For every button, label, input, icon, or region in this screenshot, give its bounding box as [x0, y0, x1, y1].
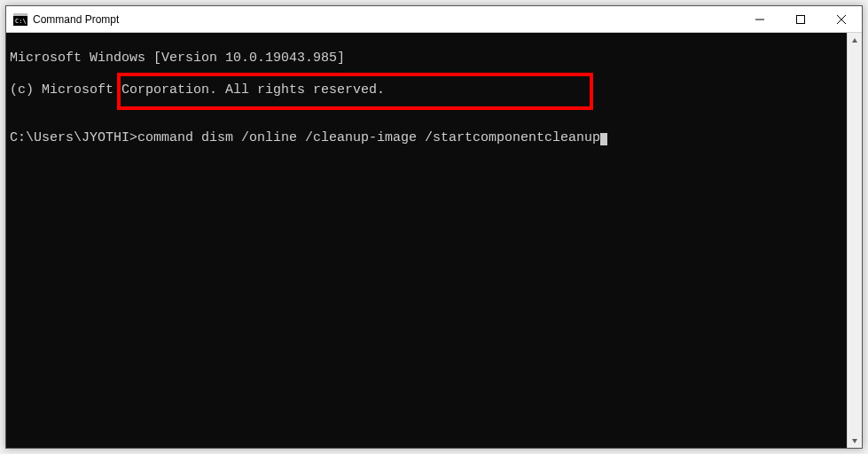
minimize-button[interactable]: [739, 6, 780, 32]
window-controls: [739, 6, 862, 32]
client-area: Microsoft Windows [Version 10.0.19043.98…: [6, 33, 862, 448]
scroll-track[interactable]: [848, 48, 862, 433]
maximize-button[interactable]: [780, 6, 821, 32]
command-prompt-window: C:\ Command Prompt Microsoft Windows [Ve…: [5, 5, 863, 449]
prompt-path: C:\Users\JYOTHI>: [10, 130, 137, 145]
vertical-scrollbar[interactable]: [847, 33, 862, 448]
close-button[interactable]: [821, 6, 862, 32]
typed-command: command dism /online /cleanup-image /sta…: [137, 130, 600, 145]
svg-text:C:\: C:\: [15, 18, 27, 25]
version-line: Microsoft Windows [Version 10.0.19043.98…: [10, 51, 843, 67]
svg-marker-7: [852, 38, 857, 43]
prompt-line: C:\Users\JYOTHI>command dism /online /cl…: [10, 130, 843, 146]
terminal-output[interactable]: Microsoft Windows [Version 10.0.19043.98…: [6, 33, 847, 448]
svg-marker-8: [852, 439, 857, 443]
copyright-line: (c) Microsoft Corporation. All rights re…: [10, 82, 843, 98]
window-title: Command Prompt: [33, 6, 739, 33]
svg-rect-4: [797, 15, 805, 23]
titlebar[interactable]: C:\ Command Prompt: [6, 6, 862, 33]
cursor: [600, 133, 607, 145]
scroll-down-button[interactable]: [848, 433, 862, 448]
svg-rect-1: [13, 13, 27, 16]
cmd-icon: C:\: [13, 12, 27, 27]
scroll-up-button[interactable]: [848, 33, 862, 48]
